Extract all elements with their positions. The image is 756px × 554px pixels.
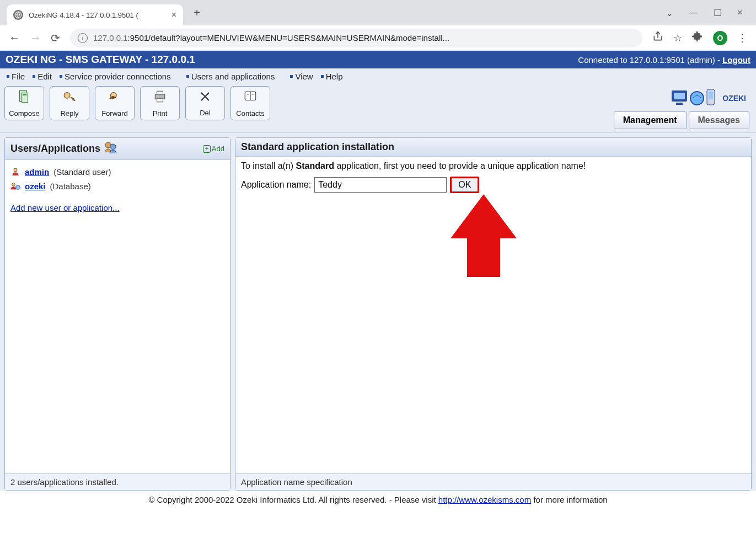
app-title: OZEKI NG - SMS GATEWAY - 127.0.0.1 bbox=[6, 54, 195, 66]
menu-edit[interactable]: Edit bbox=[30, 72, 54, 81]
install-panel-footer: Application name specification bbox=[235, 473, 751, 490]
reply-label: Reply bbox=[60, 109, 78, 118]
compose-label: Compose bbox=[9, 109, 40, 118]
browser-tab[interactable]: OzekiNG 4.18.4 - 127.0.0.1:9501 ( × bbox=[7, 4, 183, 25]
back-icon[interactable]: ← bbox=[9, 31, 20, 44]
delete-button[interactable]: Del bbox=[185, 86, 225, 120]
contacts-icon bbox=[243, 89, 258, 107]
address-bar: ← → ⟳ i 127.0.0.1:9501/default?layout=ME… bbox=[0, 25, 756, 51]
delete-icon bbox=[199, 90, 212, 106]
user-database-icon bbox=[10, 181, 20, 191]
users-panel-header: Users/Applications + Add bbox=[5, 138, 230, 160]
users-applications-panel: Users/Applications + Add admin (Standard… bbox=[4, 137, 230, 491]
minimize-icon[interactable]: — bbox=[689, 7, 698, 19]
menu-service-providers[interactable]: Service provider connections bbox=[57, 72, 173, 81]
print-label: Print bbox=[153, 109, 168, 118]
menu-help[interactable]: Help bbox=[319, 72, 345, 81]
compose-icon bbox=[17, 89, 31, 107]
forward-label: Forward bbox=[101, 109, 128, 118]
reload-icon[interactable]: ⟳ bbox=[51, 31, 60, 45]
url-box[interactable]: i 127.0.0.1:9501/default?layout=MENUVIEW… bbox=[70, 29, 642, 47]
forward-icon bbox=[108, 89, 122, 107]
profile-avatar[interactable]: O bbox=[713, 31, 727, 45]
install-panel-header: Standard application installation bbox=[235, 138, 751, 157]
user-row-ozeki: ozeki (Database) bbox=[10, 179, 224, 193]
svg-point-22 bbox=[110, 144, 116, 150]
delete-label: Del bbox=[200, 109, 211, 117]
install-panel-title: Standard application installation bbox=[241, 141, 394, 153]
svg-rect-7 bbox=[157, 91, 163, 95]
maximize-icon[interactable]: ☐ bbox=[714, 7, 722, 19]
svg-rect-17 bbox=[676, 103, 683, 105]
reply-button[interactable]: Reply bbox=[50, 86, 89, 120]
tab-close-icon[interactable]: × bbox=[171, 10, 176, 20]
user-link-admin[interactable]: admin bbox=[25, 167, 49, 177]
toolbar: Compose Reply Forward Print bbox=[4, 86, 270, 120]
user-desc-ozeki: (Database) bbox=[50, 182, 91, 191]
star-icon[interactable]: ☆ bbox=[673, 32, 682, 44]
users-panel-title: Users/Applications bbox=[10, 143, 100, 155]
page-footer: © Copyright 2000-2022 Ozeki Informatics … bbox=[0, 491, 756, 508]
connection-status: Connected to 127.0.0.1:9501 (admin) - bbox=[578, 55, 722, 65]
install-instructions: To install a(n) Standard application, fi… bbox=[241, 161, 746, 171]
compose-button[interactable]: Compose bbox=[4, 86, 44, 120]
logout-link[interactable]: Logout bbox=[722, 55, 750, 65]
url-rest: :9501/default?layout=MENUVIEW&MENU=USERS… bbox=[128, 33, 450, 42]
application-name-label: Application name: bbox=[241, 180, 311, 190]
tab-title: OzekiNG 4.18.4 - 127.0.0.1:9501 ( bbox=[29, 11, 166, 19]
reply-icon bbox=[62, 89, 77, 107]
add-plus-icon: + bbox=[203, 145, 211, 153]
ozeki-logo: OZEKI bbox=[669, 86, 752, 109]
kebab-menu-icon[interactable]: ⋮ bbox=[737, 32, 747, 44]
tab-messages[interactable]: Messages bbox=[689, 111, 750, 129]
menu-users-applications[interactable]: Users and applications bbox=[184, 72, 277, 81]
menubar: File Edit Service provider connections U… bbox=[0, 68, 756, 84]
tab-management[interactable]: Management bbox=[614, 111, 687, 129]
browser-titlebar: OzekiNG 4.18.4 - 127.0.0.1:9501 ( × + ⌄ … bbox=[0, 0, 756, 25]
user-row-admin: admin (Standard user) bbox=[10, 164, 224, 179]
url-text: 127.0.0.1:9501/default?layout=MENUVIEW&M… bbox=[93, 33, 449, 42]
svg-rect-20 bbox=[709, 92, 713, 99]
user-link-ozeki[interactable]: ozeki bbox=[25, 182, 46, 191]
contacts-button[interactable]: Contacts bbox=[230, 86, 270, 120]
add-user-link-header[interactable]: + Add bbox=[203, 145, 224, 153]
ozeki-logo-text: OZEKI bbox=[722, 94, 746, 103]
url-host: 127.0.0.1 bbox=[93, 33, 128, 42]
menu-view[interactable]: View bbox=[288, 72, 315, 81]
svg-rect-8 bbox=[157, 98, 163, 102]
user-desc-admin: (Standard user) bbox=[53, 167, 111, 177]
ozeki-devices-icon bbox=[669, 87, 719, 109]
forward-icon[interactable]: → bbox=[30, 31, 41, 44]
app-header: OZEKI NG - SMS GATEWAY - 127.0.0.1 Conne… bbox=[0, 51, 756, 68]
contacts-label: Contacts bbox=[236, 109, 264, 118]
install-panel: Standard application installation To ins… bbox=[235, 137, 752, 491]
user-icon bbox=[10, 167, 20, 177]
site-info-icon[interactable]: i bbox=[78, 33, 88, 43]
print-icon bbox=[153, 89, 167, 107]
globe-icon bbox=[13, 10, 23, 20]
menu-file[interactable]: File bbox=[4, 72, 27, 81]
svg-rect-3 bbox=[23, 94, 27, 95]
users-panel-footer: 2 users/applications installed. bbox=[5, 473, 230, 490]
svg-point-4 bbox=[64, 92, 70, 98]
new-tab-button[interactable]: + bbox=[189, 4, 205, 21]
users-group-icon bbox=[104, 141, 118, 156]
svg-point-23 bbox=[14, 168, 17, 172]
close-window-icon[interactable]: × bbox=[737, 7, 743, 19]
forward-button[interactable]: Forward bbox=[95, 86, 135, 120]
share-icon[interactable] bbox=[652, 31, 663, 45]
annotation-arrow bbox=[451, 184, 517, 277]
svg-rect-16 bbox=[674, 93, 685, 99]
ozekisms-link[interactable]: http://www.ozekisms.com bbox=[438, 495, 531, 504]
svg-point-24 bbox=[12, 183, 15, 186]
chevron-down-icon[interactable]: ⌄ bbox=[666, 7, 673, 19]
extensions-icon[interactable] bbox=[692, 31, 703, 45]
application-name-input[interactable] bbox=[314, 177, 447, 193]
svg-point-21 bbox=[105, 142, 111, 148]
add-new-user-link[interactable]: Add new user or application... bbox=[10, 203, 120, 212]
svg-point-18 bbox=[690, 92, 704, 105]
print-button[interactable]: Print bbox=[140, 86, 180, 120]
window-controls: ⌄ — ☐ × bbox=[666, 7, 756, 19]
